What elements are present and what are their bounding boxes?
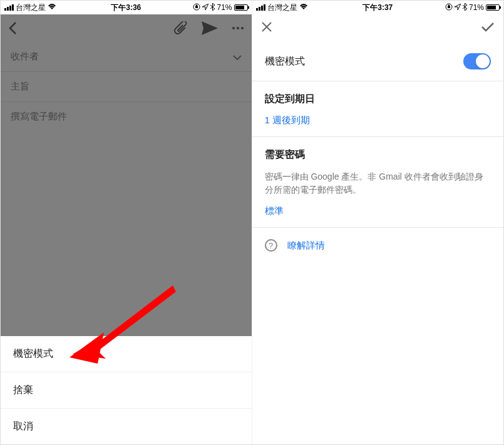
confidential-mode-toggle-row: 機密模式 bbox=[252, 42, 504, 81]
clock-label: 下午3:36 bbox=[111, 3, 141, 13]
confidential-mode-toggle[interactable] bbox=[463, 53, 491, 69]
location-icon bbox=[202, 3, 208, 12]
left-phone-compose: 台灣之星 下午3:36 71% bbox=[1, 1, 252, 444]
location-icon bbox=[455, 3, 461, 12]
battery-icon bbox=[486, 4, 500, 11]
battery-icon bbox=[234, 4, 248, 11]
orientation-lock-icon bbox=[193, 3, 200, 13]
battery-percent: 71% bbox=[469, 3, 484, 12]
action-confidential-mode[interactable]: 機密模式 bbox=[1, 336, 252, 372]
orientation-lock-icon bbox=[445, 3, 453, 13]
passcode-section: 需要密碼 密碼一律由 Google 產生。非 Gmail 收件者會收到驗證身分所… bbox=[252, 137, 504, 227]
right-phone-settings: 台灣之星 下午3:37 71% bbox=[252, 1, 504, 444]
passcode-description: 密碼一律由 Google 產生。非 Gmail 收件者會收到驗證身分所需的電子郵… bbox=[265, 170, 491, 197]
close-button[interactable] bbox=[261, 20, 272, 36]
confidential-mode-label: 機密模式 bbox=[265, 55, 305, 68]
signal-icon bbox=[4, 4, 14, 11]
wifi-icon bbox=[48, 3, 56, 12]
wifi-icon bbox=[299, 3, 308, 12]
passcode-title: 需要密碼 bbox=[265, 148, 491, 161]
action-sheet: 機密模式 捨棄 取消 bbox=[1, 336, 252, 444]
expiry-title: 設定到期日 bbox=[265, 93, 491, 106]
expiry-value[interactable]: 1 週後到期 bbox=[265, 115, 491, 126]
carrier-label: 台灣之星 bbox=[16, 3, 46, 13]
bluetooth-icon bbox=[463, 3, 467, 13]
help-icon: ? bbox=[265, 239, 277, 252]
signal-icon bbox=[256, 4, 265, 11]
expiry-section: 設定到期日 1 週後到期 bbox=[252, 81, 504, 136]
action-cancel[interactable]: 取消 bbox=[1, 408, 252, 444]
passcode-value[interactable]: 標準 bbox=[265, 205, 491, 217]
battery-percent: 71% bbox=[217, 3, 232, 12]
clock-label: 下午3:37 bbox=[363, 3, 393, 13]
bluetooth-icon bbox=[210, 3, 215, 13]
status-bar-left: 台灣之星 下午3:36 71% bbox=[1, 1, 252, 14]
confirm-button[interactable] bbox=[481, 22, 495, 34]
action-discard[interactable]: 捨棄 bbox=[1, 372, 252, 408]
learn-more-row[interactable]: ? 瞭解詳情 bbox=[252, 228, 504, 263]
carrier-label: 台灣之星 bbox=[267, 3, 297, 13]
learn-more-link[interactable]: 瞭解詳情 bbox=[287, 240, 325, 252]
settings-header bbox=[252, 14, 504, 42]
status-bar-right: 台灣之星 下午3:37 71% bbox=[252, 1, 504, 14]
